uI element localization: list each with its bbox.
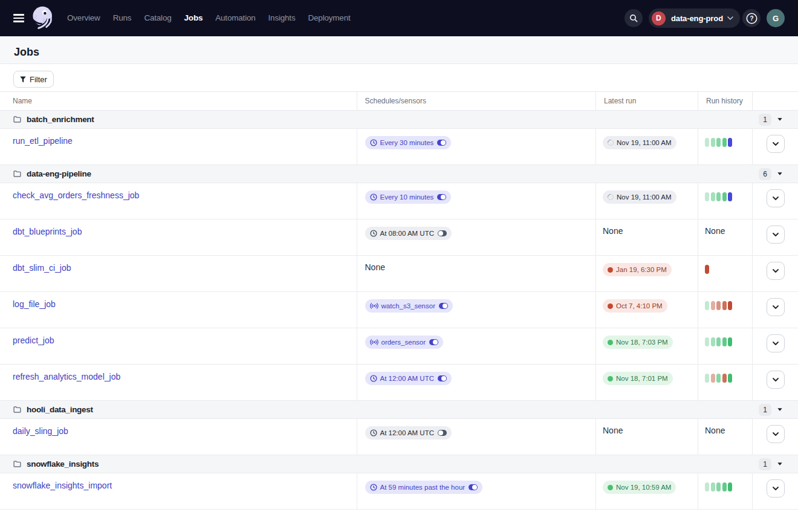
svg-text:?: ? — [750, 15, 753, 22]
